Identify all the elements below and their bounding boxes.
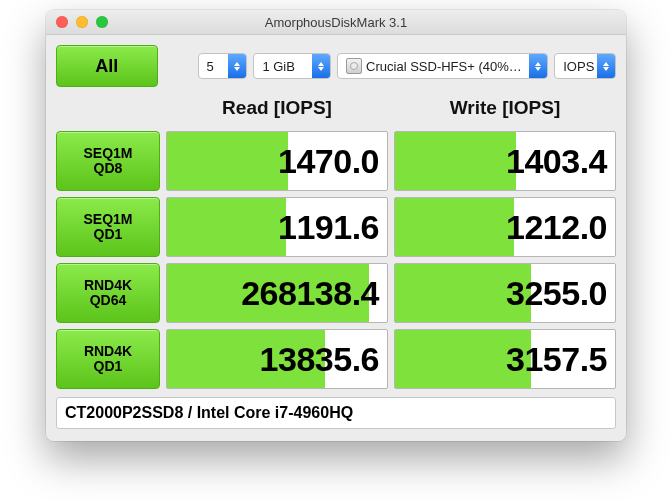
- read-value: 1191.6: [278, 208, 379, 247]
- content-area: All 5 1 GiB Crucial SSD-HFS+ (40%… IOPS: [46, 35, 626, 441]
- write-cell: 3255.0: [394, 263, 616, 323]
- close-icon[interactable]: [56, 16, 68, 28]
- read-value: 13835.6: [260, 340, 379, 379]
- results-grid: Read [IOPS] Write [IOPS] SEQ1M QD8 1470.…: [56, 93, 616, 389]
- row-label-l1: SEQ1M: [83, 146, 132, 161]
- row-label-l2: QD8: [94, 161, 123, 176]
- window-title: AmorphousDiskMark 3.1: [46, 15, 626, 30]
- read-cell: 1191.6: [166, 197, 388, 257]
- titlebar[interactable]: AmorphousDiskMark 3.1: [46, 10, 626, 35]
- row-label-l2: QD1: [94, 227, 123, 242]
- test-button-seq1m-qd1[interactable]: SEQ1M QD1: [56, 197, 160, 257]
- device-info[interactable]: CT2000P2SSD8 / Intel Core i7-4960HQ: [56, 397, 616, 429]
- mode-select[interactable]: IOPS: [554, 53, 616, 79]
- toolbar: All 5 1 GiB Crucial SSD-HFS+ (40%… IOPS: [56, 45, 616, 87]
- chevron-updown-icon: [529, 54, 547, 78]
- test-size-select[interactable]: 1 GiB: [253, 53, 331, 79]
- read-header: Read [IOPS]: [166, 93, 388, 125]
- write-value: 1403.4: [506, 142, 607, 181]
- zoom-icon[interactable]: [96, 16, 108, 28]
- test-button-seq1m-qd8[interactable]: SEQ1M QD8: [56, 131, 160, 191]
- read-cell: 268138.4: [166, 263, 388, 323]
- chevron-updown-icon: [312, 54, 330, 78]
- row-label-l2: QD64: [90, 293, 127, 308]
- row-label-l2: QD1: [94, 359, 123, 374]
- read-value: 268138.4: [241, 274, 379, 313]
- test-button-rnd4k-qd64[interactable]: RND4K QD64: [56, 263, 160, 323]
- row-label-l1: RND4K: [84, 344, 132, 359]
- device-info-text: CT2000P2SSD8 / Intel Core i7-4960HQ: [65, 404, 353, 422]
- row-label-l1: RND4K: [84, 278, 132, 293]
- disk-label: Crucial SSD-HFS+ (40%…: [366, 59, 522, 74]
- disk-value: Crucial SSD-HFS+ (40%…: [338, 58, 529, 74]
- app-window: AmorphousDiskMark 3.1 All 5 1 GiB Crucia…: [46, 10, 626, 441]
- minimize-icon[interactable]: [76, 16, 88, 28]
- read-cell: 1470.0: [166, 131, 388, 191]
- write-cell: 1212.0: [394, 197, 616, 257]
- window-controls: [46, 16, 108, 28]
- read-cell: 13835.6: [166, 329, 388, 389]
- iterations-value: 5: [199, 59, 229, 74]
- disk-icon: [346, 58, 362, 74]
- chevron-updown-icon: [228, 54, 246, 78]
- write-cell: 3157.5: [394, 329, 616, 389]
- read-value: 1470.0: [278, 142, 379, 181]
- write-value: 3157.5: [506, 340, 607, 379]
- row-label-l1: SEQ1M: [83, 212, 132, 227]
- write-value: 3255.0: [506, 274, 607, 313]
- mode-value: IOPS: [555, 59, 597, 74]
- write-cell: 1403.4: [394, 131, 616, 191]
- disk-select[interactable]: Crucial SSD-HFS+ (40%…: [337, 53, 548, 79]
- chevron-updown-icon: [597, 54, 615, 78]
- run-all-button[interactable]: All: [56, 45, 158, 87]
- test-button-rnd4k-qd1[interactable]: RND4K QD1: [56, 329, 160, 389]
- iterations-select[interactable]: 5: [198, 53, 248, 79]
- write-header: Write [IOPS]: [394, 93, 616, 125]
- run-all-label: All: [95, 56, 118, 77]
- grid-spacer: [56, 93, 160, 125]
- write-value: 1212.0: [506, 208, 607, 247]
- test-size-value: 1 GiB: [254, 59, 312, 74]
